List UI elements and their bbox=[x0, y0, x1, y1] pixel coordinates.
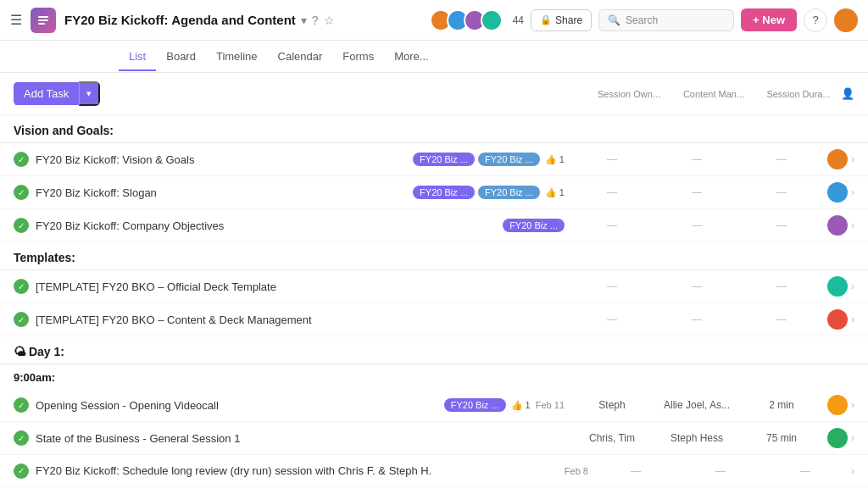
task-name[interactable]: Opening Session - Opening Videocall bbox=[36, 399, 444, 412]
task-tags: FY20 Biz ... FY20 Biz ... bbox=[413, 153, 540, 166]
col-session-owner: Steph bbox=[570, 399, 654, 411]
task-row: ✓ [TEMPLATE] FY20 BKO – Content & Deck M… bbox=[0, 303, 868, 336]
col-session-owner: — bbox=[570, 153, 654, 165]
task-row: ✓ State of the Business - General Sessio… bbox=[0, 422, 868, 455]
like-badge[interactable]: 👍 1 bbox=[545, 154, 565, 165]
share-icon: 🔒 bbox=[540, 14, 552, 25]
tag: FY20 Biz ... bbox=[413, 186, 475, 199]
col-content-man: Allie Joel, As... bbox=[654, 399, 739, 411]
help-icon: ? bbox=[812, 14, 818, 26]
avatars-group: 44 🔒 Share 🔍 Search + New ? bbox=[430, 8, 858, 32]
chevron-right-icon[interactable]: › bbox=[851, 399, 854, 411]
check-icon: ✓ bbox=[14, 218, 29, 233]
time-header-900: 9:00am: bbox=[0, 364, 868, 389]
user-avatar[interactable] bbox=[834, 8, 858, 32]
col-header-content-man: Content Man... bbox=[671, 89, 756, 99]
avatar bbox=[827, 149, 848, 169]
task-row: ✓ FY20 Biz Kickoff: Company Objectives F… bbox=[0, 209, 868, 242]
app-icon bbox=[31, 8, 56, 33]
avatar bbox=[827, 309, 848, 330]
chevron-right-icon[interactable]: › bbox=[851, 153, 854, 165]
help-button[interactable]: ? bbox=[804, 8, 827, 32]
section-label: Templates: bbox=[14, 251, 75, 264]
col-session-dur: — bbox=[739, 153, 824, 165]
avatar-stack bbox=[430, 9, 503, 31]
check-icon: ✓ bbox=[14, 152, 29, 167]
col-headers: Session Own... Content Man... Session Du… bbox=[587, 87, 854, 100]
task-name[interactable]: FY20 Biz Kickoff: Vision & Goals bbox=[36, 153, 413, 166]
tab-calendar[interactable]: Calendar bbox=[268, 43, 333, 71]
avatar-count: 44 bbox=[513, 14, 524, 26]
chevron-right-icon[interactable]: › bbox=[851, 465, 854, 477]
task-name[interactable]: FY20 Biz Kickoff: Company Objectives bbox=[36, 219, 503, 232]
info-icon[interactable]: ? bbox=[312, 14, 319, 27]
section-day1: 🌤 Day 1: bbox=[0, 336, 868, 364]
share-button[interactable]: 🔒 Share bbox=[531, 9, 592, 31]
add-task-button[interactable]: Add Task ▾ bbox=[14, 81, 100, 106]
tag: FY20 Biz ... bbox=[503, 219, 565, 232]
col-content-man: — bbox=[654, 314, 739, 325]
task-name[interactable]: FY20 Biz Kickoff: Schedule long review (… bbox=[36, 464, 565, 477]
search-placeholder: Search bbox=[626, 14, 658, 26]
col-content-man: — bbox=[654, 219, 739, 231]
col-session-owner: — bbox=[570, 314, 654, 325]
content-area: Add Task ▾ Session Own... Content Man...… bbox=[0, 73, 868, 494]
task-row: ✓ FY20 Biz Kickoff: Schedule long review… bbox=[0, 455, 868, 487]
share-label: Share bbox=[555, 14, 582, 26]
chevron-right-icon[interactable]: › bbox=[851, 219, 854, 231]
task-name[interactable]: FY20 Biz Kickoff: Slogan bbox=[36, 186, 413, 199]
nav-tabs: List Board Timeline Calendar Forms More.… bbox=[0, 41, 868, 73]
task-name[interactable]: [TEMPLATE] FY20 BKO – Official Deck Temp… bbox=[36, 280, 570, 293]
task-name[interactable]: [TEMPLATE] FY20 BKO – Content & Deck Man… bbox=[36, 314, 570, 326]
avatar bbox=[827, 428, 848, 448]
col-session-dur: — bbox=[763, 465, 848, 477]
task-name[interactable]: State of the Business - General Session … bbox=[36, 432, 570, 445]
tab-more[interactable]: More... bbox=[384, 43, 438, 71]
toolbar: Add Task ▾ Session Own... Content Man...… bbox=[0, 73, 868, 115]
chevron-right-icon[interactable]: › bbox=[851, 314, 854, 325]
tab-list[interactable]: List bbox=[119, 43, 156, 71]
top-bar: ☰ FY20 Biz Kickoff: Agenda and Content ▾… bbox=[0, 0, 868, 41]
chevron-right-icon[interactable]: › bbox=[851, 432, 854, 444]
col-content-man: — bbox=[678, 465, 763, 477]
add-task-main[interactable]: Add Task bbox=[14, 82, 79, 105]
like-badge[interactable]: 👍 1 bbox=[545, 187, 565, 198]
search-box[interactable]: 🔍 Search bbox=[598, 9, 734, 31]
check-icon: ✓ bbox=[14, 312, 29, 327]
search-icon: 🔍 bbox=[608, 14, 620, 26]
tab-board[interactable]: Board bbox=[156, 43, 206, 71]
task-tags: FY20 Biz ... bbox=[444, 398, 506, 412]
task-row: ✓ [TEMPLATE] FY20 BKO – Official Deck Te… bbox=[0, 270, 868, 303]
col-session-dur: — bbox=[739, 314, 824, 325]
tab-forms[interactable]: Forms bbox=[332, 43, 384, 71]
new-button[interactable]: + New bbox=[741, 8, 797, 31]
add-task-chevron[interactable]: ▾ bbox=[79, 81, 100, 106]
task-tags: FY20 Biz ... bbox=[503, 219, 565, 232]
col-session-owner: — bbox=[570, 280, 654, 292]
project-title: FY20 Biz Kickoff: Agenda and Content bbox=[64, 13, 296, 27]
col-session-owner: — bbox=[593, 465, 678, 477]
date-badge: Feb 8 bbox=[565, 466, 588, 476]
hamburger-icon[interactable]: ☰ bbox=[10, 12, 22, 28]
like-badge[interactable]: 👍 1 bbox=[511, 400, 531, 411]
check-icon: ✓ bbox=[14, 397, 29, 413]
tag: FY20 Biz ... bbox=[413, 153, 475, 166]
title-icons: ▾ ? ☆ bbox=[301, 14, 335, 27]
task-tags: FY20 Biz ... FY20 Biz ... bbox=[413, 186, 540, 199]
tag: FY20 Biz ... bbox=[478, 153, 540, 166]
avatar bbox=[827, 182, 848, 203]
star-icon[interactable]: ☆ bbox=[324, 14, 335, 27]
chevron-right-icon[interactable]: › bbox=[851, 186, 854, 198]
add-col-icon[interactable]: 👤 bbox=[841, 87, 854, 100]
col-content-man: Steph Hess bbox=[654, 432, 739, 444]
svg-rect-1 bbox=[38, 19, 48, 21]
tab-timeline[interactable]: Timeline bbox=[206, 43, 268, 71]
col-session-dur: — bbox=[739, 186, 824, 198]
new-label: + New bbox=[753, 14, 785, 26]
dropdown-icon[interactable]: ▾ bbox=[301, 14, 307, 27]
col-session-dur: — bbox=[739, 219, 824, 231]
svg-rect-2 bbox=[38, 23, 45, 25]
time-header-1015: 10:15am: bbox=[0, 487, 868, 494]
chevron-right-icon[interactable]: › bbox=[851, 280, 854, 292]
avatar bbox=[481, 9, 503, 31]
